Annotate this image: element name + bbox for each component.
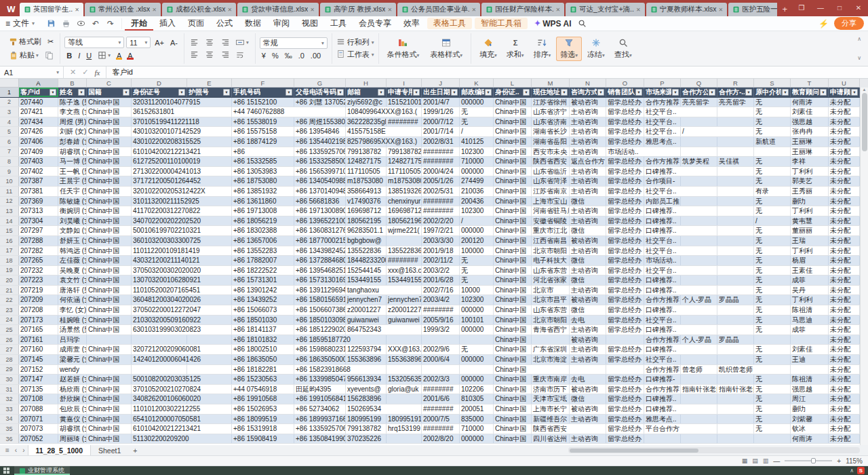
cell[interactable]: 被动咨询 (570, 236, 606, 246)
cell[interactable]: 留学总经办 (606, 127, 644, 136)
cell[interactable]: ziyi5692@c (346, 98, 387, 107)
cell[interactable] (681, 147, 717, 157)
header-cell[interactable]: 国籍▼ (87, 88, 132, 97)
row-number[interactable]: 3 (0, 107, 19, 117)
column-header-I[interactable]: I (387, 79, 422, 88)
cell[interactable]: 山东省菏泽 (532, 176, 570, 186)
cell[interactable]: 207387 (19, 176, 58, 186)
bold-button[interactable]: B (64, 51, 74, 60)
cell[interactable]: 口碑推荐.. (644, 226, 681, 235)
cell[interactable]: China中国 (494, 157, 532, 166)
cell[interactable]: +86 18501030 (232, 316, 294, 325)
cell[interactable]: 杨欣雨 (女 (58, 385, 87, 394)
close-tab-icon[interactable]: ✕ (555, 7, 560, 13)
cell[interactable]: 207288 (19, 236, 58, 246)
cell[interactable]: 主动咨询 (570, 434, 606, 444)
cell[interactable]: 文静如 (女 (58, 226, 87, 235)
cell[interactable]: 825798695XXX@163.) (346, 137, 387, 147)
cell[interactable]: China中国 (87, 176, 132, 186)
start-menu-icon[interactable] (3, 468, 9, 474)
cell[interactable]: 曾老师 (681, 365, 717, 375)
column-header-C[interactable]: C (87, 79, 132, 88)
cell[interactable]: 郭美艺 (791, 176, 829, 186)
cell[interactable]: 210036 (460, 187, 494, 196)
cell[interactable]: 上海市宝山 (532, 197, 570, 206)
cell[interactable]: 370105200210270824 (132, 385, 187, 394)
header-cell[interactable]: 销售团队▼ (606, 88, 644, 97)
cell[interactable]: 口碑推荐.. (644, 404, 681, 414)
cell[interactable]: 筑梦美程 (681, 157, 717, 166)
cell[interactable]: China中国 (494, 325, 532, 335)
cell[interactable]: 王迪 (791, 355, 829, 364)
cell[interactable]: 刘素佳 (791, 107, 829, 117)
cell[interactable]: 207223 (19, 276, 58, 285)
cell[interactable]: 207369 (19, 197, 58, 206)
cell[interactable]: 留学总经办 (606, 424, 644, 434)
cell[interactable] (754, 434, 791, 444)
align-right-icon[interactable] (218, 50, 231, 60)
cell[interactable] (422, 335, 460, 345)
cell[interactable]: 207071 (19, 415, 58, 424)
cell[interactable] (717, 276, 754, 285)
cell[interactable]: 207073 (19, 424, 58, 434)
cell[interactable]: 合作方推荐 (644, 385, 681, 394)
cell[interactable]: 刘昊曦 (女 (58, 216, 87, 226)
cell[interactable]: 江苏省徐州 (532, 98, 570, 107)
cell[interactable]: 留学总经办 (606, 117, 644, 127)
cell[interactable]: 山东省济宁 (532, 107, 570, 117)
cell[interactable]: +86 刘慧 137052 (294, 98, 346, 107)
cell[interactable] (717, 246, 754, 256)
filter-dropdown-icon[interactable]: ▼ (597, 89, 604, 96)
cell[interactable]: China中国 (87, 236, 132, 246)
cell[interactable]: China中国 (494, 286, 532, 295)
cell[interactable] (717, 206, 754, 216)
cell[interactable]: wendy (58, 365, 87, 375)
vertical-scrollbar[interactable]: ▲ (860, 88, 868, 445)
cell[interactable]: 被动咨询 (570, 404, 606, 414)
cell[interactable]: 156283896 (346, 394, 387, 404)
cell[interactable]: 陈祖清 (791, 375, 829, 384)
cell[interactable]: 155363896 (346, 355, 387, 364)
cell[interactable]: 留学总经办 (606, 226, 644, 235)
cell[interactable]: China中国 (494, 305, 532, 315)
cell[interactable] (387, 335, 422, 345)
cell[interactable]: 胡睿琪 (女 (58, 147, 87, 157)
cell[interactable]: ######## (422, 305, 460, 315)
cell[interactable]: 山东省东营 (532, 266, 570, 276)
cell[interactable] (717, 434, 754, 444)
cell[interactable] (717, 226, 754, 235)
borders-button[interactable]: ▾ (96, 50, 113, 60)
cell[interactable]: China中国 (87, 276, 132, 285)
filter-dropdown-icon[interactable]: ▼ (523, 89, 530, 96)
cell[interactable]: / (460, 127, 494, 136)
row-number[interactable]: 6 (0, 137, 19, 147)
cell[interactable]: 主动咨询 (570, 355, 606, 364)
cell[interactable]: 成雨萱 (女 (58, 345, 87, 354)
cell[interactable]: 青海省西宁 (532, 325, 570, 335)
file-tab[interactable]: 高学历 教授.xlsx ✕ (320, 3, 396, 16)
cell[interactable]: 未分配 (829, 157, 860, 166)
冻结-button[interactable]: 冻结▾ (583, 37, 609, 61)
cell[interactable] (717, 394, 754, 404)
format-painter-button[interactable]: 格式刷 (7, 36, 43, 48)
cell[interactable]: +86 15731301 (232, 276, 294, 285)
cell[interactable]: 留学总经办 (606, 305, 644, 315)
column-header-E[interactable]: E (187, 79, 232, 88)
minimize-button[interactable]: — (811, 0, 830, 15)
cell[interactable]: 安徽省铜陵 (532, 216, 570, 226)
cell[interactable] (681, 216, 717, 226)
cell[interactable]: +86 1340540988 (294, 176, 346, 186)
align-left-icon[interactable] (189, 50, 201, 60)
row-number[interactable]: 36 (0, 434, 19, 444)
cell[interactable]: 207165 (19, 325, 58, 335)
cell[interactable]: 207265 (19, 256, 58, 265)
cell[interactable]: 152544145 (346, 266, 387, 276)
cell[interactable]: 2002/2/20 (422, 216, 460, 226)
表格样式-button[interactable]: 表格样式▾ (426, 37, 467, 61)
cell[interactable]: 口碑推荐.. (644, 286, 681, 295)
cell[interactable]: / (681, 127, 717, 136)
cell[interactable]: 蒯玏 (791, 197, 829, 206)
cell[interactable]: 无 (754, 345, 791, 354)
cell[interactable]: +86 13901242 (232, 286, 294, 295)
cell[interactable]: 207145 (19, 355, 58, 364)
